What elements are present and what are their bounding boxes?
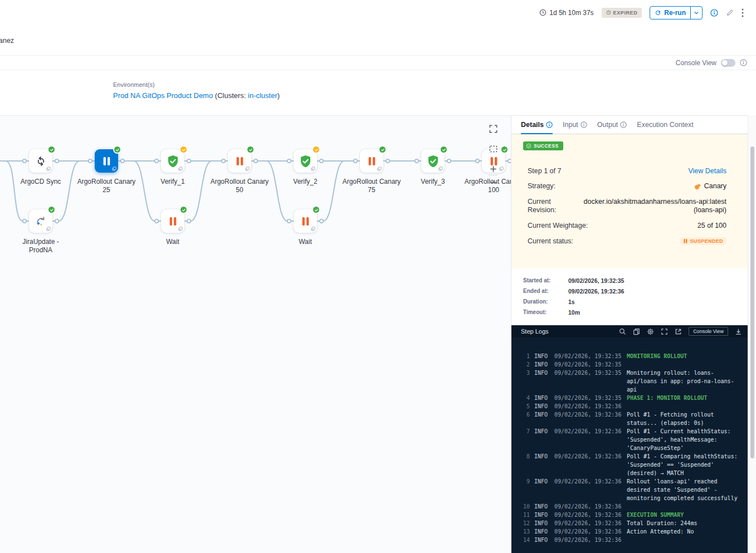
suspended-label: SUSPENDED	[690, 238, 723, 244]
tab-input-label: Input	[563, 121, 578, 129]
rerun-dropdown-caret[interactable]	[690, 7, 702, 19]
template-indicator-icon	[112, 167, 116, 171]
page-scrollbar[interactable]	[748, 115, 756, 553]
cluster-link[interactable]: in-cluster	[248, 91, 277, 100]
step-details-panel: Details Input Output Execution Context S…	[511, 115, 748, 553]
pipeline-node-wait-1[interactable]: Wait	[142, 209, 203, 246]
timing-section: Started at:09/02/2026, 19:32:35 Ended at…	[511, 268, 748, 325]
log-lines: 1INFO09/02/2026, 19:32:35MONITORING ROLL…	[521, 352, 741, 544]
template-indicator-icon	[311, 227, 315, 231]
tab-details[interactable]: Details	[521, 116, 553, 134]
marquee-select-icon[interactable]	[487, 143, 499, 155]
breadcrumb[interactable]: anez	[0, 37, 14, 45]
pipeline-node-argorollout-canary-25[interactable]: ArgoRollout Canary 25	[76, 149, 137, 194]
node-status-badge	[312, 145, 320, 154]
duration-row: Duration:1s	[523, 298, 748, 305]
node-icon	[299, 154, 313, 168]
environments-label: Environment(s)	[113, 81, 155, 88]
weightage-row: Current Weightage: 25 of 100	[528, 222, 726, 230]
pipeline-node-argorollout-canary-75[interactable]: ArgoRollout Canary 75	[341, 149, 402, 194]
zoom-in-icon[interactable]	[487, 163, 499, 175]
tab-output-label: Output	[597, 121, 618, 129]
settings-gear-icon[interactable]	[647, 328, 654, 335]
console-view-button[interactable]: Console View	[689, 327, 728, 336]
node-icon	[301, 217, 310, 226]
info-icon[interactable]	[710, 9, 718, 17]
open-in-new-icon[interactable]	[675, 328, 682, 335]
node-icon	[426, 154, 440, 168]
step-logs-console[interactable]: 1INFO09/02/2026, 19:32:35MONITORING ROLL…	[511, 337, 748, 553]
clock-icon	[539, 9, 547, 16]
pipeline-node-verify-2[interactable]: Verify_2	[275, 149, 336, 186]
log-line: 8INFO09/02/2026, 19:32:36Poll #1 - Compa…	[521, 452, 741, 477]
tab-output[interactable]: Output	[597, 116, 627, 134]
console-view-info-icon[interactable]	[740, 59, 747, 66]
node-label: Verify_1	[142, 178, 203, 186]
pipeline-node-jiraupdate-prodna[interactable]: JiraUpdate - ProdNA	[10, 209, 71, 255]
tab-execution-context[interactable]: Execution Context	[637, 116, 693, 134]
pipeline-node-argorollout-canary-50[interactable]: ArgoRollout Canary 50	[209, 149, 270, 194]
log-line: 14INFO09/02/2026, 19:32:36	[521, 536, 741, 544]
pipeline-node-argocd-sync[interactable]: ArgoCD Sync	[10, 149, 71, 186]
ended-at-label: Ended at:	[523, 288, 568, 295]
search-icon[interactable]	[619, 328, 626, 335]
status-badge-label: SUCCESS	[534, 143, 559, 149]
view-details-link[interactable]: View Details	[688, 167, 726, 175]
node-status-badge	[47, 205, 56, 214]
info-icon[interactable]	[546, 121, 553, 128]
execution-duration: 1d 5h 10m 37s	[539, 9, 593, 17]
download-icon[interactable]	[735, 328, 742, 335]
expired-label: EXPIRED	[613, 10, 638, 16]
log-line: 9INFO09/02/2026, 19:32:36Rollout 'loans-…	[521, 477, 741, 502]
node-status-badge	[378, 145, 387, 154]
zoom-out-icon[interactable]	[487, 176, 499, 188]
suspended-badge: SUSPENDED	[680, 237, 726, 245]
log-line: 3INFO09/02/2026, 19:32:35Monitoring roll…	[521, 369, 741, 394]
revision-value: docker.io/akshitmadanharness/loans-api:l…	[573, 198, 726, 214]
node-status-badge	[500, 145, 509, 154]
edit-pencil-icon[interactable]	[726, 9, 734, 17]
template-indicator-icon	[377, 167, 382, 171]
execution-header: 1d 5h 10m 37s EXPIRED Re-run	[0, 0, 756, 25]
node-label: ArgoRollout Canary 25	[76, 178, 137, 194]
info-icon[interactable]	[581, 121, 587, 128]
current-status-label: Current status:	[528, 237, 573, 245]
step-logs-title: Step Logs	[521, 328, 612, 335]
fullscreen-icon[interactable]	[487, 123, 499, 135]
rerun-label: Re-run	[664, 9, 686, 17]
rerun-button[interactable]: Re-run	[650, 6, 703, 19]
timeout-row: Timeout:10m	[523, 309, 748, 316]
started-at-value: 09/02/2026, 19:32:35	[568, 277, 624, 284]
log-line: 7INFO09/02/2026, 19:32:36Poll #1 - Curre…	[521, 427, 741, 452]
scrollbar-thumb[interactable]	[750, 146, 754, 458]
node-status-badge	[440, 145, 448, 154]
template-indicator-icon	[178, 227, 183, 231]
weightage-value: 25 of 100	[698, 222, 726, 230]
console-view-toggle[interactable]	[721, 59, 735, 67]
log-line: 1INFO09/02/2026, 19:32:35MONITORING ROLL…	[521, 352, 741, 360]
started-at-label: Started at:	[523, 277, 568, 284]
pipeline-node-wait-2[interactable]: Wait	[275, 209, 336, 246]
step-summary-section: SUCCESS Step 1 of 7 View Details Strateg…	[511, 134, 748, 268]
node-label: ArgoRollout Canary 50	[209, 178, 270, 194]
template-indicator-icon	[178, 167, 183, 171]
view-toolbar: Console View	[0, 55, 756, 70]
pause-icon	[684, 239, 687, 243]
strategy-label: Strategy:	[528, 182, 555, 190]
log-line: 11INFO09/02/2026, 19:32:36EXECUTION SUMM…	[521, 511, 741, 519]
tab-input[interactable]: Input	[563, 116, 587, 134]
execution-duration-text: 1d 5h 10m 37s	[549, 9, 593, 17]
info-icon[interactable]	[620, 121, 627, 128]
copy-icon[interactable]	[633, 328, 640, 335]
environment-link[interactable]: Prod NA GitOps Product Demo	[113, 91, 213, 100]
pipeline-node-verify-1[interactable]: Verify_1	[142, 149, 203, 186]
template-indicator-icon	[438, 167, 443, 171]
rerun-refresh-icon	[655, 9, 661, 16]
more-options-icon[interactable]	[742, 8, 744, 17]
node-label: Wait	[275, 238, 336, 246]
pipeline-node-verify-3[interactable]: Verify_3	[402, 149, 464, 186]
node-icon	[35, 215, 47, 227]
template-indicator-icon	[46, 167, 51, 171]
node-icon	[102, 156, 111, 166]
fullscreen-icon[interactable]	[661, 328, 668, 335]
